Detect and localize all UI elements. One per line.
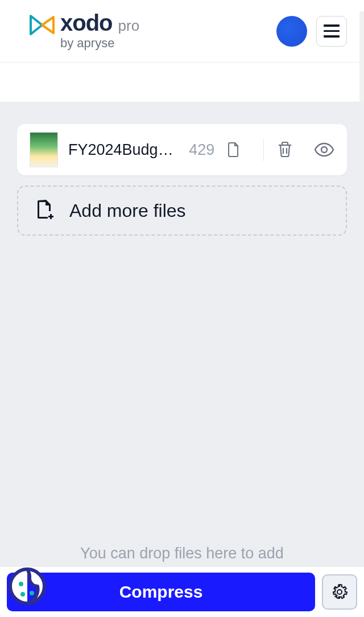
drop-hint: You can drop files here to add [0,545,364,562]
menu-button[interactable] [316,16,347,47]
gear-icon [331,583,348,600]
sub-header [0,63,364,102]
svg-point-2 [20,592,25,597]
compress-button[interactable]: Compress [7,573,315,611]
svg-point-3 [30,591,34,595]
logo-mark-icon [28,14,56,36]
preview-button[interactable] [314,142,334,157]
content-area: FY2024BudgetBo... 429 [0,102,364,567]
logo[interactable]: xodo pro by apryse [28,11,139,51]
app-header: xodo pro by apryse [0,0,364,63]
settings-button[interactable] [322,574,357,610]
svg-point-1 [19,582,23,586]
bottom-bar: Compress [0,567,364,617]
file-name: FY2024BudgetBo... [68,141,176,159]
brand-name: xodo [60,11,113,34]
file-row: FY2024BudgetBo... 429 [17,124,347,175]
document-icon [227,142,241,158]
pro-badge: pro [118,17,140,35]
avatar[interactable] [276,16,307,47]
delete-button[interactable] [276,141,293,159]
cookie-preferences-button[interactable] [7,566,48,607]
add-more-files-button[interactable]: Add more files [17,186,347,236]
add-more-label: Add more files [69,200,186,221]
hamburger-icon [324,24,340,38]
divider [263,138,264,161]
file-thumbnail[interactable] [30,132,58,167]
svg-point-4 [337,590,342,594]
brand-subtitle: by apryse [60,36,139,51]
page-count: 429 [189,141,214,159]
file-plus-icon [35,199,53,222]
svg-point-0 [321,147,327,153]
